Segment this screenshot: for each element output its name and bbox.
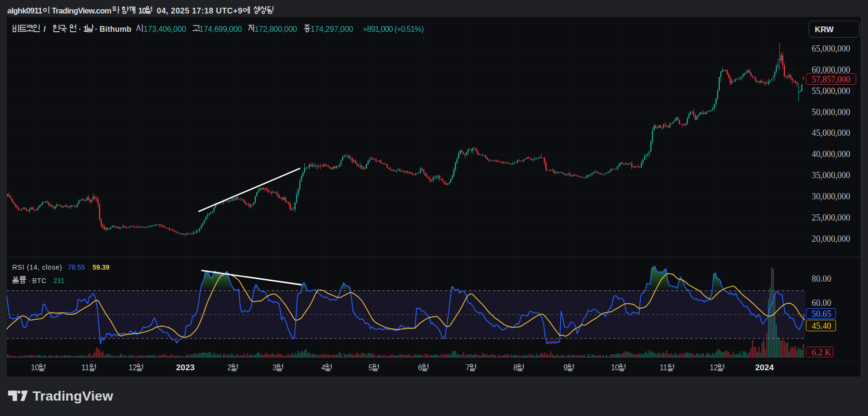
svg-text:231: 231 [53, 277, 65, 285]
svg-text:172,800,000: 172,800,000 [255, 25, 298, 33]
svg-text:/: / [44, 25, 46, 33]
svg-text:8: 8 [513, 364, 518, 372]
svg-text:KRW: KRW [815, 25, 834, 34]
svg-text:80.00: 80.00 [812, 274, 831, 284]
svg-text:12: 12 [129, 364, 137, 372]
svg-text:174,699,000: 174,699,000 [199, 25, 242, 33]
svg-text:174,297,000: 174,297,000 [311, 25, 353, 33]
svg-text:60.00: 60.00 [812, 298, 831, 308]
svg-text:10: 10 [611, 364, 619, 372]
svg-text:9: 9 [563, 364, 568, 372]
svg-text:5: 5 [368, 364, 373, 372]
svg-text:Bithumb: Bithumb [100, 25, 131, 33]
svg-text:59.39: 59.39 [92, 263, 109, 271]
svg-text:20,000,000: 20,000,000 [812, 234, 850, 244]
svg-text:TradingView.com: TradingView.com [52, 6, 111, 15]
svg-text:40,000,000: 40,000,000 [812, 149, 850, 159]
svg-text:30,000,000: 30,000,000 [812, 192, 850, 201]
svg-text:11: 11 [660, 364, 667, 372]
svg-text:·: · [95, 25, 97, 33]
svg-text:6.2 K: 6.2 K [812, 348, 831, 357]
svg-text:2024: 2024 [755, 363, 774, 372]
svg-text:78.55: 78.55 [68, 263, 85, 271]
svg-text:4: 4 [321, 364, 325, 372]
svg-text:173,406,000: 173,406,000 [143, 25, 186, 33]
svg-text:65,000,000: 65,000,000 [812, 44, 850, 53]
svg-text:57,857,000: 57,857,000 [812, 75, 850, 84]
svg-text:10: 10 [31, 364, 39, 372]
svg-text:2023: 2023 [176, 363, 195, 372]
svg-text:45.40: 45.40 [812, 321, 831, 331]
svg-text:12: 12 [710, 364, 718, 372]
svg-text:50,000,000: 50,000,000 [812, 107, 850, 117]
svg-text:04, 2025 17:18 UTC+9: 04, 2025 17:18 UTC+9 [157, 6, 243, 15]
svg-text:3: 3 [272, 364, 277, 372]
svg-text:55,000,000: 55,000,000 [812, 86, 850, 96]
svg-text:2: 2 [227, 364, 232, 372]
svg-text:·: · [28, 277, 31, 285]
svg-text:TradingView: TradingView [33, 388, 114, 403]
svg-text:25,000,000: 25,000,000 [812, 213, 850, 222]
svg-text:35,000,000: 35,000,000 [812, 170, 850, 180]
svg-text:60,000,000: 60,000,000 [812, 65, 850, 75]
svg-text:7: 7 [466, 364, 470, 372]
svg-text:11: 11 [81, 364, 89, 372]
svg-text:10: 10 [138, 6, 146, 15]
svg-text:50.65: 50.65 [812, 309, 831, 319]
svg-text:45,000,000: 45,000,000 [812, 128, 850, 138]
svg-text:alghk0911: alghk0911 [7, 6, 42, 15]
svg-text:6: 6 [418, 364, 422, 372]
svg-text:RSI (14, close): RSI (14, close) [13, 263, 63, 271]
svg-text:BTC: BTC [32, 277, 47, 285]
svg-text:·: · [79, 25, 81, 33]
svg-text:+891,000 (+0.51%): +891,000 (+0.51%) [363, 25, 424, 33]
